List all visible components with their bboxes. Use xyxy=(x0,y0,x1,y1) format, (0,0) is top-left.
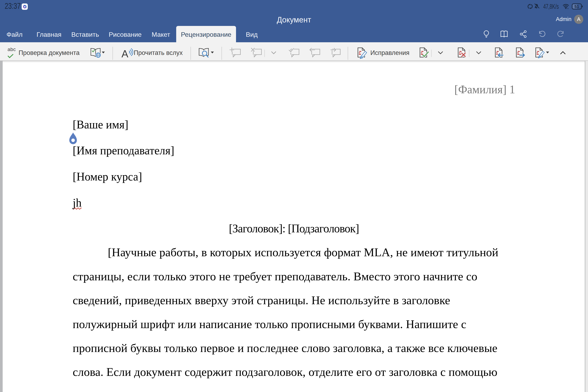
text-cursor-handle[interactable] xyxy=(69,132,77,145)
network-speed: 47,8K/s xyxy=(547,0,559,13)
proofing-icon[interactable]: abc xyxy=(7,47,17,59)
toolbar-divider xyxy=(190,47,191,60)
tab-draw[interactable]: Рисование xyxy=(110,26,141,42)
tab-view[interactable]: Вид xyxy=(246,26,258,42)
delete-comment-icon[interactable] xyxy=(250,47,262,57)
account[interactable]: Admin A xyxy=(556,15,583,24)
editing-mode-dropdown-arrow[interactable] xyxy=(546,52,549,54)
undo-button[interactable] xyxy=(538,30,547,39)
reject-dropdown-chevron[interactable] xyxy=(476,51,482,54)
reject-change-icon[interactable] xyxy=(456,47,467,58)
track-changes-icon[interactable] xyxy=(356,47,368,59)
tab-insert[interactable]: Вставить xyxy=(72,26,98,42)
read-mode-button[interactable] xyxy=(500,30,509,39)
toolbar-divider xyxy=(348,47,348,60)
body-line[interactable]: страницы, если только этого не требует п… xyxy=(73,270,477,283)
translate-dropdown-arrow[interactable] xyxy=(102,52,105,54)
wifi-icon xyxy=(563,0,570,13)
page-top-shadow xyxy=(3,61,585,63)
avatar[interactable]: A xyxy=(574,15,583,24)
previous-change-icon[interactable] xyxy=(493,47,504,58)
body-line[interactable]: прописной буквы только первое и последне… xyxy=(73,342,497,355)
body-line[interactable]: полужирный шрифт или написание только пр… xyxy=(73,318,466,331)
body-line[interactable]: слова. Если документ содержит подзаголов… xyxy=(73,366,497,378)
svg-text:A: A xyxy=(122,48,128,58)
sync-icon xyxy=(527,0,533,13)
search-document-icon[interactable] xyxy=(198,47,210,58)
read-aloud-label[interactable]: Прочитать вслух xyxy=(134,49,183,56)
editing-mode-icon[interactable] xyxy=(534,47,545,58)
read-aloud-icon[interactable]: A xyxy=(122,45,133,58)
translate-icon[interactable] xyxy=(90,47,102,58)
body-line[interactable]: [Научные работы, в которых используется … xyxy=(73,246,498,259)
toolbar-divider xyxy=(222,47,222,60)
ideas-button[interactable] xyxy=(482,30,491,39)
scrollbar[interactable] xyxy=(585,61,588,392)
status-icons: 47,8K/s 51 xyxy=(0,0,588,13)
next-comment-icon[interactable] xyxy=(329,47,341,57)
share-button[interactable] xyxy=(519,30,528,39)
para-professor[interactable]: [Имя преподавателя] xyxy=(73,144,174,157)
para-jh[interactable]: jh xyxy=(73,196,82,209)
tab-review[interactable]: Рецензирование xyxy=(176,26,236,42)
track-changes-label[interactable]: Исправления xyxy=(370,49,409,56)
previous-comment-icon[interactable] xyxy=(309,47,320,57)
redo-button[interactable] xyxy=(556,30,565,39)
accept-change-icon[interactable] xyxy=(418,47,429,58)
toolbar-divider xyxy=(112,47,113,60)
new-comment-icon[interactable] xyxy=(230,47,241,57)
para-title[interactable]: [Заголовок]: [Подзаголовок] xyxy=(73,222,515,235)
battery-icon: 51 xyxy=(572,0,583,13)
collapse-ribbon-chevron[interactable] xyxy=(560,51,566,55)
body-line[interactable]: сведений, приведенных вверху этой страни… xyxy=(73,294,450,307)
para-your-name[interactable]: [Ваше имя] xyxy=(73,118,128,131)
toolbar-mini-divider xyxy=(264,50,265,57)
tab-home[interactable]: Главная xyxy=(36,26,62,42)
proofing-label[interactable]: Проверка документа xyxy=(18,49,80,56)
battery-level-text: 51 xyxy=(574,4,579,9)
comments-dropdown-chevron[interactable] xyxy=(271,51,276,54)
show-comments-icon[interactable] xyxy=(288,47,300,57)
para-course[interactable]: [Номер курса] xyxy=(73,170,142,183)
account-name: Admin xyxy=(556,16,572,22)
accept-dropdown-chevron[interactable] xyxy=(438,51,443,54)
tab-layout[interactable]: Макет xyxy=(151,26,171,42)
search-dropdown-arrow[interactable] xyxy=(211,52,214,54)
tab-file[interactable]: Файл xyxy=(5,26,24,42)
notifications-off-icon xyxy=(534,0,540,13)
document-title: Документ xyxy=(0,16,588,24)
toolbar-mini-divider xyxy=(431,50,432,57)
toolbar-mini-divider xyxy=(469,50,470,57)
next-change-icon[interactable] xyxy=(514,47,526,58)
page-header-text[interactable]: [Фамилия] 1 xyxy=(73,83,515,96)
